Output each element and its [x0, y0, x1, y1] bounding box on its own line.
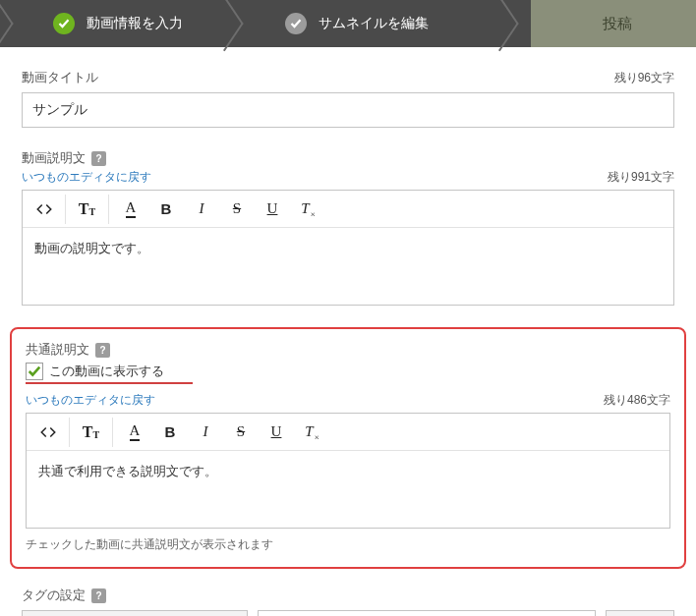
check-icon: [285, 13, 307, 34]
strike-icon[interactable]: S: [219, 195, 255, 224]
tag-input[interactable]: タグを追加(5つまで) / スペースで複数入力: [258, 610, 596, 616]
step-publish[interactable]: 投稿: [531, 0, 696, 47]
font-icon[interactable]: A: [117, 418, 152, 447]
checkbox[interactable]: [26, 363, 43, 380]
title-label: 動画タイトル: [22, 69, 98, 86]
checkbox-label: この動画に表示する: [49, 363, 164, 380]
strike-icon[interactable]: S: [223, 418, 259, 447]
step-label: 投稿: [603, 15, 632, 33]
step-video-info[interactable]: 動画情報を入力: [0, 0, 256, 47]
italic-icon[interactable]: I: [184, 195, 219, 224]
underline-icon[interactable]: U: [255, 195, 290, 224]
switch-editor-link[interactable]: いつものエディタに戻す: [26, 392, 155, 409]
add-tag-button[interactable]: 追加: [606, 610, 674, 616]
clear-format-icon[interactable]: T×: [294, 418, 329, 447]
bold-icon[interactable]: B: [148, 195, 184, 224]
step-label: 動画情報を入力: [87, 15, 183, 32]
description-label: 動画説明文 ?: [22, 149, 106, 167]
step-label: サムネイルを編集: [319, 15, 429, 32]
show-on-video-checkbox-row[interactable]: この動画に表示する: [26, 363, 193, 384]
common-description-section: 共通説明文 ? この動画に表示する いつものエディタに戻す 残り486文字 TT…: [10, 327, 686, 569]
description-remaining: 残り991文字: [608, 169, 674, 186]
code-icon[interactable]: [27, 195, 66, 224]
tags-row: カテゴリタグを選択... タグを追加(5つまで) / スペースで複数入力 追加: [22, 610, 674, 616]
code-icon[interactable]: [30, 418, 70, 447]
title-remaining: 残り96文字: [614, 70, 674, 86]
title-input[interactable]: [22, 92, 674, 128]
help-icon[interactable]: ?: [91, 151, 106, 166]
text-size-icon[interactable]: TT: [70, 195, 109, 224]
switch-editor-link[interactable]: いつものエディタに戻す: [22, 169, 151, 186]
step-thumbnail[interactable]: サムネイルを編集: [256, 0, 531, 47]
underline-icon[interactable]: U: [259, 418, 294, 447]
help-icon[interactable]: ?: [91, 588, 106, 603]
step-bar: 動画情報を入力 サムネイルを編集 投稿: [0, 0, 696, 47]
toolbar: TT A B I S U T×: [23, 191, 673, 228]
clear-format-icon[interactable]: T×: [290, 195, 325, 224]
text-size-icon[interactable]: TT: [74, 418, 113, 447]
check-icon: [53, 13, 75, 34]
font-icon[interactable]: A: [113, 195, 148, 224]
help-icon[interactable]: ?: [95, 343, 110, 358]
common-desc-textarea[interactable]: 共通で利用できる説明文です。: [27, 451, 669, 528]
common-desc-editor: TT A B I S U T× 共通で利用できる説明文です。: [26, 413, 670, 529]
category-tag-select[interactable]: カテゴリタグを選択...: [22, 610, 248, 616]
common-desc-label: 共通説明文 ?: [26, 341, 670, 359]
description-field: 動画説明文 ? いつものエディタに戻す 残り991文字 TT A B I S U: [22, 149, 674, 306]
common-desc-remaining: 残り486文字: [604, 392, 670, 409]
title-field: 動画タイトル 残り96文字: [22, 69, 674, 128]
description-textarea[interactable]: 動画の説明文です。: [23, 228, 673, 305]
toolbar: TT A B I S U T×: [27, 414, 669, 451]
description-editor: TT A B I S U T× 動画の説明文です。: [22, 190, 674, 306]
common-desc-hint: チェックした動画に共通説明文が表示されます: [26, 536, 670, 553]
tags-label: タグの設定 ?: [22, 587, 674, 604]
italic-icon[interactable]: I: [188, 418, 223, 447]
bold-icon[interactable]: B: [152, 418, 188, 447]
